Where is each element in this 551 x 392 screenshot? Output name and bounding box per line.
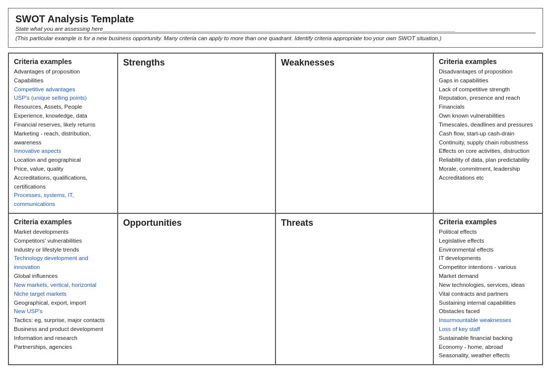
list-item: Seasonality, weather effects [439,351,537,360]
opportunities-heading: Opportunities [123,218,270,228]
weaknesses-heading: Weaknesses [281,58,428,68]
list-item: Reputation, presence and reach [439,94,537,103]
list-item: Processes, systems, IT, communications [14,191,112,209]
list-item: Competitor intentions - various [439,263,537,272]
strengths-heading: Strengths [123,58,270,68]
list-item: Market developments [14,228,112,237]
subtitle: State what you are assessing here_______… [15,26,536,33]
list-item: Lack of competitive strength [439,85,537,94]
list-item: Experience, knowledge, data [14,112,112,121]
list-item: Economy - home, abroad [439,343,537,352]
list-item: Capabilities [14,76,112,85]
list-item: Insurmountable weaknesses [439,316,537,325]
list-item: Marketing - reach, distribution, awarene… [14,130,112,147]
strengths-cell: Strengths [118,53,276,213]
list-item: Industry or lifestyle trends [14,246,112,255]
list-item: Innovative aspects [14,147,112,156]
list-item: Timescales, deadlines and pressures [439,121,537,130]
top-right-criteria-heading: Criteria examples [439,58,537,65]
list-item: Legislative effects [439,237,537,246]
bottom-left-criteria-items: Market developmentsCompetitors' vulnerab… [14,228,112,351]
top-left-criteria-cell: Criteria examples Advantages of proposit… [8,53,118,213]
list-item: Financial reserves, likely returns [14,121,112,130]
page-title: SWOT Analysis Template [15,13,536,25]
list-item: Obstacles faced [439,307,537,316]
description: (This particular example is for a new bu… [15,35,536,41]
list-item: Competitors' vulnerabilities [14,237,112,246]
list-item: Loss of key staff [439,325,537,334]
opportunities-cell: Opportunities [118,213,276,365]
list-item: Price, value, quality [14,165,112,174]
list-item: New markets, vertical, horizontal [14,281,112,290]
list-item: Morale, commitment, leadership [439,165,537,174]
list-item: Accreditations etc [439,174,537,183]
list-item: Environmental effects [439,246,537,255]
bottom-right-criteria-cell: Criteria examples Political effectsLegis… [433,213,543,365]
list-item: Disadvantages of proposition [439,67,537,76]
swot-grid: Criteria examples Advantages of proposit… [8,53,543,365]
list-item: Sustaining internal capabilities [439,299,537,308]
list-item: Tactics: eg, surprise, major contacts [14,316,112,325]
threats-heading: Threats [281,218,428,228]
list-item: Technology development and innovation [14,254,112,272]
list-item: Advantages of proposition [14,67,112,76]
list-item: Market demand [439,272,537,281]
list-item: New technologies, services, ideas [439,281,537,290]
bottom-left-criteria-heading: Criteria examples [14,218,112,226]
header-box: SWOT Analysis Template State what you ar… [8,8,543,48]
threats-cell: Threats [276,213,433,365]
top-right-criteria-cell: Criteria examples Disadvantages of propo… [433,53,543,213]
list-item: Information and research [14,334,112,343]
list-item: Resources, Assets, People [14,103,112,112]
top-left-criteria-heading: Criteria examples [14,58,112,65]
list-item: Financials [439,103,537,112]
list-item: Gaps in capabilities [439,76,537,85]
list-item: Continuity, supply chain robustness [439,138,537,147]
list-item: Reliability of data, plan predictability [439,156,537,165]
bottom-left-criteria-cell: Criteria examples Market developmentsCom… [8,213,118,365]
top-right-criteria-items: Disadvantages of propositionGaps in capa… [439,67,537,183]
list-item: Business and product development [14,325,112,334]
list-item: Partnerships, agencies [14,343,112,352]
list-item: Location and geographical [14,156,112,165]
list-item: Geographical, export, import [14,299,112,308]
list-item: Vital contracts and partners [439,290,537,299]
bottom-right-criteria-heading: Criteria examples [439,218,537,226]
list-item: Accreditations, qualifications, certific… [14,174,112,192]
weaknesses-cell: Weaknesses [276,53,433,213]
list-item: Niche target markets [14,290,112,299]
list-item: Own known vulnerabilities [439,112,537,121]
list-item: New USP's [14,307,112,316]
list-item: Global influences [14,272,112,281]
list-item: Effects on core activities, distruction [439,147,537,156]
bottom-right-criteria-items: Political effectsLegislative effectsEnvi… [439,228,537,360]
list-item: Sustainable financial backing [439,334,537,343]
list-item: Cash flow, start-up cash-drain [439,130,537,138]
list-item: IT developments [439,254,537,263]
list-item: Political effects [439,228,537,237]
list-item: USP's (unique selling points) [14,94,112,103]
top-left-criteria-items: Advantages of propositionCapabilitiesCom… [14,67,112,209]
list-item: Competitive advantages [14,85,112,94]
